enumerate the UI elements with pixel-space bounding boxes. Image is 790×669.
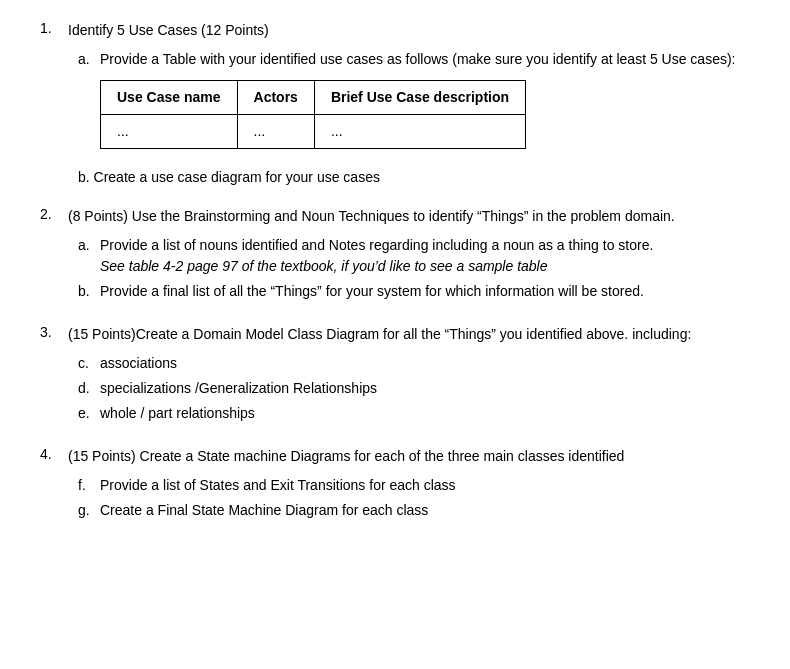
item-2a: Provide a list of nouns identified and N… bbox=[78, 235, 750, 277]
use-case-table: Use Case name Actors Brief Use Case desc… bbox=[100, 80, 526, 149]
item-1-content: Identify 5 Use Cases (12 Points) Provide… bbox=[68, 20, 750, 188]
item-3d-content: specializations /Generalization Relation… bbox=[100, 378, 750, 399]
item-3c: associations bbox=[78, 353, 750, 374]
item-1-title: Identify 5 Use Cases (12 Points) bbox=[68, 20, 750, 41]
item-2a-content: Provide a list of nouns identified and N… bbox=[100, 235, 750, 277]
item-4g-content: Create a Final State Machine Diagram for… bbox=[100, 500, 750, 521]
table-cell-desc: ... bbox=[314, 115, 525, 149]
item-4-title: (15 Points) Create a State machine Diagr… bbox=[68, 446, 750, 467]
item-4-sublist: Provide a list of States and Exit Transi… bbox=[78, 475, 750, 521]
main-list: Identify 5 Use Cases (12 Points) Provide… bbox=[40, 20, 750, 525]
table-cell-actors: ... bbox=[237, 115, 314, 149]
item-3d-label bbox=[78, 378, 100, 399]
item-3-content: (15 Points)Create a Domain Model Class D… bbox=[68, 324, 750, 428]
item-3c-label bbox=[78, 353, 100, 374]
item-1-sublist: Provide a Table with your identified use… bbox=[78, 49, 750, 159]
item-2b: Provide a final list of all the “Things”… bbox=[78, 281, 750, 302]
item-2a-label bbox=[78, 235, 100, 277]
list-item-2: (8 Points) Use the Brainstorming and Nou… bbox=[40, 206, 750, 306]
item-3d: specializations /Generalization Relation… bbox=[78, 378, 750, 399]
item-1a-content: Provide a Table with your identified use… bbox=[100, 49, 750, 159]
item-4-number bbox=[40, 446, 68, 525]
item-3-sublist: associations specializations /Generaliza… bbox=[78, 353, 750, 424]
list-item-3: (15 Points)Create a Domain Model Class D… bbox=[40, 324, 750, 428]
table-header-row: Use Case name Actors Brief Use Case desc… bbox=[101, 81, 526, 115]
col-use-case-name: Use Case name bbox=[101, 81, 238, 115]
item-2a-text: Provide a list of nouns identified and N… bbox=[100, 237, 653, 253]
item-2a-italic: See table 4-2 page 97 of the textbook, i… bbox=[100, 258, 548, 274]
item-2b-label bbox=[78, 281, 100, 302]
item-4f-label bbox=[78, 475, 100, 496]
item-2-content: (8 Points) Use the Brainstorming and Nou… bbox=[68, 206, 750, 306]
col-description: Brief Use Case description bbox=[314, 81, 525, 115]
item-4-content: (15 Points) Create a State machine Diagr… bbox=[68, 446, 750, 525]
item-1a: Provide a Table with your identified use… bbox=[78, 49, 750, 159]
item-1a-label bbox=[78, 49, 100, 159]
item-4f: Provide a list of States and Exit Transi… bbox=[78, 475, 750, 496]
list-item-4: (15 Points) Create a State machine Diagr… bbox=[40, 446, 750, 525]
item-1a-text: Provide a Table with your identified use… bbox=[100, 51, 736, 67]
table-cell-name: ... bbox=[101, 115, 238, 149]
item-3-title: (15 Points)Create a Domain Model Class D… bbox=[68, 324, 750, 345]
item-2b-content: Provide a final list of all the “Things”… bbox=[100, 281, 750, 302]
item-1-number bbox=[40, 20, 68, 188]
item-4g: Create a Final State Machine Diagram for… bbox=[78, 500, 750, 521]
item-3c-content: associations bbox=[100, 353, 750, 374]
item-2-number bbox=[40, 206, 68, 306]
col-actors: Actors bbox=[237, 81, 314, 115]
item-3-number bbox=[40, 324, 68, 428]
item-1b-line: b. Create a use case diagram for your us… bbox=[78, 167, 750, 188]
item-2-sublist: Provide a list of nouns identified and N… bbox=[78, 235, 750, 302]
item-3e-content: whole / part relationships bbox=[100, 403, 750, 424]
item-3e-label bbox=[78, 403, 100, 424]
item-4f-content: Provide a list of States and Exit Transi… bbox=[100, 475, 750, 496]
item-4g-label bbox=[78, 500, 100, 521]
item-3e: whole / part relationships bbox=[78, 403, 750, 424]
item-2-title: (8 Points) Use the Brainstorming and Nou… bbox=[68, 206, 750, 227]
table-row: ... ... ... bbox=[101, 115, 526, 149]
list-item-1: Identify 5 Use Cases (12 Points) Provide… bbox=[40, 20, 750, 188]
